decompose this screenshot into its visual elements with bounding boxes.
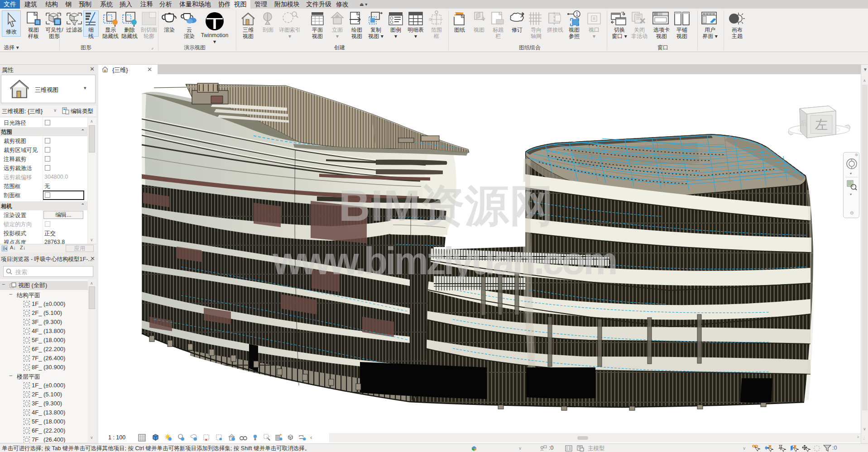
svg-text:BIM资源网: BIM资源网 bbox=[339, 181, 554, 230]
svg-text:左: 左 bbox=[815, 118, 828, 132]
svg-text:1: 1 bbox=[575, 12, 578, 17]
svg-text:www.bimziyuan.com: www.bimziyuan.com bbox=[272, 239, 616, 282]
svg-text:后: 后 bbox=[801, 119, 807, 127]
